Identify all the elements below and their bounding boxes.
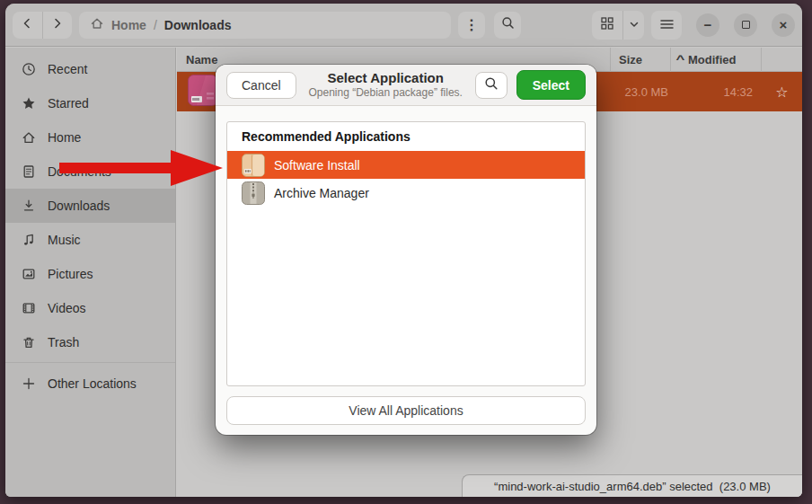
search-button[interactable] [494,12,521,39]
sidebar-separator [5,362,175,363]
annotation-arrow [54,146,229,194]
view-all-applications-button[interactable]: View All Applications [226,396,586,425]
sidebar-item-other-locations[interactable]: Other Locations [5,367,175,401]
app-name: Archive Manager [274,186,369,200]
chevron-left-icon [21,17,33,33]
sort-ascending-icon: ^ [676,53,685,66]
column-divider [761,48,762,72]
archive-manager-icon [242,181,265,205]
sidebar-item-recent[interactable]: Recent [5,52,175,86]
sidebar: Recent Starred Home Documents [5,48,176,497]
grid-view-icon [601,17,613,33]
view-switcher-dropdown[interactable] [622,11,644,40]
breadcrumb-home[interactable]: Home [111,18,146,32]
music-icon [22,233,36,247]
sidebar-item-pictures[interactable]: Pictures [5,257,175,291]
star-toggle[interactable]: ☆ [762,84,802,101]
status-text: “mind-work-ai-studio_arm64.deb” selected… [494,480,771,493]
chevron-right-icon [51,17,64,33]
sidebar-item-label: Trash [48,335,79,349]
recommended-section-header: Recommended Applications [227,122,585,151]
file-size: 23.0 MB [613,85,672,99]
software-install-icon [242,154,265,177]
home-icon [22,130,36,145]
select-application-dialog: Cancel Select Application Opening “Debia… [216,65,596,435]
dialog-header: Cancel Select Application Opening “Debia… [216,65,596,106]
search-icon [501,16,515,33]
headerbar: Home / Downloads ⋮ [5,4,802,47]
close-icon: × [780,17,788,32]
sidebar-item-starred[interactable]: Starred [5,86,175,120]
sidebar-item-label: Home [48,130,81,145]
column-size[interactable]: Size [611,53,670,66]
maximize-button[interactable] [734,13,757,37]
home-icon [90,16,104,33]
videos-icon [22,301,36,315]
forward-button[interactable] [42,12,73,39]
dialog-subtitle: Opening “Debian package” files. [296,86,475,100]
dialog-title: Select Application [296,70,475,87]
sidebar-item-label: Recent [48,62,87,76]
search-icon [484,76,499,93]
sidebar-item-label: Starred [48,96,89,111]
app-name: Software Install [274,158,360,172]
minimize-icon: − [704,17,712,32]
grid-view-button[interactable] [592,11,622,40]
app-row-archive-manager[interactable]: Archive Manager [227,179,585,207]
breadcrumb[interactable]: Home / Downloads [79,12,451,39]
trash-icon [22,335,36,349]
breadcrumb-separator: / [154,18,157,32]
sidebar-item-trash[interactable]: Trash [5,325,175,359]
close-button[interactable]: × [772,13,795,37]
sidebar-item-music[interactable]: Music [5,223,175,257]
view-switcher [592,11,644,40]
back-button[interactable] [13,12,42,39]
app-row-software-install[interactable]: Software Install [227,151,585,179]
dialog-titles: Select Application Opening “Debian packa… [296,70,475,101]
minimize-button[interactable]: − [696,13,719,37]
application-list: Recommended Applications Software Instal… [226,121,586,386]
kebab-menu-icon: ⋮ [464,16,479,33]
document-icon [22,164,36,179]
sidebar-item-label: Pictures [48,267,93,281]
deb-package-icon [188,75,217,110]
view-options-button[interactable]: ⋮ [458,12,485,39]
sidebar-item-label: Videos [48,301,86,315]
pictures-icon [22,267,36,281]
sidebar-item-label: Other Locations [48,376,137,391]
sidebar-item-videos[interactable]: Videos [5,291,175,325]
download-icon [22,199,36,213]
desktop-background: Home / Downloads ⋮ [0,0,812,504]
select-button[interactable]: Select [516,70,586,100]
maximize-icon [742,21,750,29]
column-modified[interactable]: ^ Modified [671,53,761,66]
file-modified: 14:32 [672,85,762,99]
hamburger-menu-icon [660,17,674,33]
nav-buttons [13,12,72,39]
plus-icon [22,376,36,391]
status-bar: “mind-work-ai-studio_arm64.deb” selected… [462,474,802,497]
sidebar-item-label: Downloads [48,199,110,213]
breadcrumb-current[interactable]: Downloads [164,18,232,32]
cancel-button[interactable]: Cancel [226,72,296,99]
chevron-down-icon [629,17,640,33]
recent-icon [22,62,36,76]
main-menu-button[interactable] [651,11,682,40]
sidebar-item-label: Music [48,233,81,247]
star-icon [22,96,36,111]
dialog-search-button[interactable] [475,72,508,99]
